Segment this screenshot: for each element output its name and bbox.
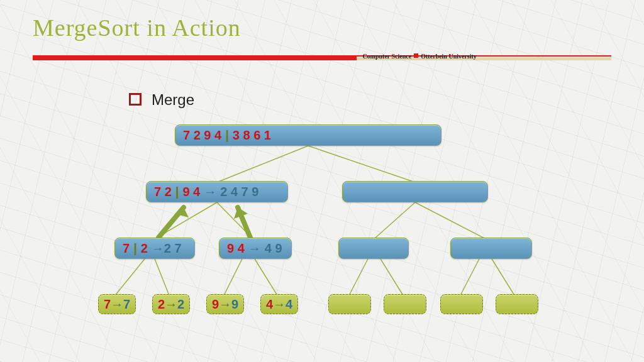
leaf-8 [496, 294, 538, 314]
svg-line-11 [380, 259, 403, 295]
leaf-4: 4→4 [260, 294, 298, 314]
node-l2-lr: 9 4 → 4 9 [219, 238, 292, 259]
node-l1-left: 7 2 | 9 4 → 2 4 7 9 [146, 181, 288, 202]
svg-line-8 [224, 259, 242, 295]
svg-line-14 [158, 207, 184, 238]
svg-line-0 [217, 146, 308, 182]
svg-line-12 [460, 259, 479, 295]
svg-marker-15 [175, 207, 189, 217]
svg-marker-17 [234, 207, 248, 219]
header-affiliation: Computer ScienceOtterbein University [362, 53, 476, 60]
svg-line-2 [155, 202, 217, 239]
tree-edges [0, 0, 644, 362]
svg-line-7 [155, 259, 169, 295]
svg-line-6 [115, 259, 145, 295]
svg-line-16 [238, 207, 250, 238]
svg-line-10 [349, 259, 368, 295]
leaf-7 [440, 294, 483, 314]
svg-line-1 [308, 146, 415, 182]
leaf-1: 7→7 [98, 294, 136, 314]
node-l2-rl [338, 238, 409, 259]
leaf-5 [328, 294, 371, 314]
svg-line-3 [217, 202, 253, 239]
node-root: 7 2 9 4 | 3 8 6 1 [175, 124, 441, 146]
leaf-3: 9→9 [206, 294, 244, 314]
node-l2-ll: 7 | 2 → 2 7 [114, 238, 195, 259]
node-l1-right [342, 181, 488, 202]
divider-band: Computer ScienceOtterbein University [33, 55, 611, 63]
node-l2-rr [450, 238, 532, 259]
svg-line-4 [374, 202, 415, 239]
svg-line-9 [255, 259, 277, 295]
svg-line-5 [415, 202, 486, 239]
svg-line-13 [492, 259, 514, 295]
slide-title: MergeSort in Action [33, 14, 241, 41]
bullet-square-icon [414, 53, 418, 58]
bullet-merge: Merge [129, 91, 194, 109]
hollow-square-bullet-icon [129, 93, 142, 106]
leaf-6 [384, 294, 426, 314]
leaf-2: 2→2 [152, 294, 190, 314]
